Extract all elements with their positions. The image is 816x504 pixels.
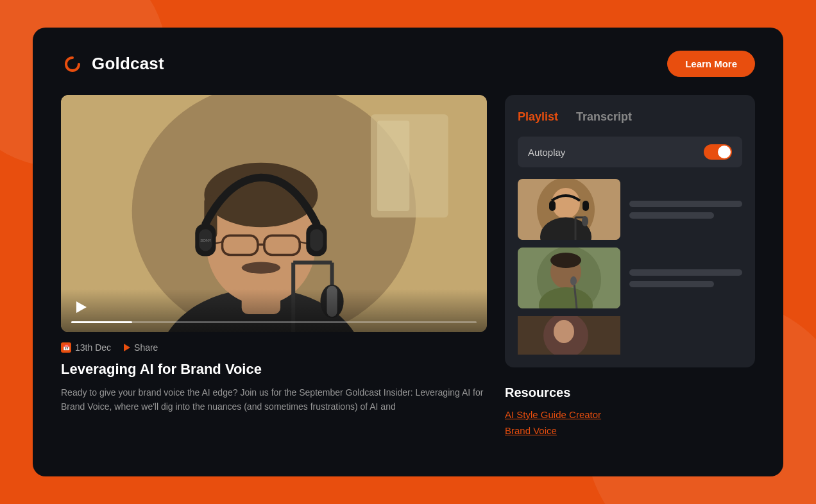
autoplay-toggle[interactable]: [704, 144, 732, 160]
share-text: Share: [134, 342, 158, 353]
header: Goldcast Learn More: [61, 51, 755, 77]
list-item[interactable]: [518, 179, 742, 240]
playlist-thumb-1: [518, 179, 620, 240]
learn-more-button[interactable]: Learn More: [667, 51, 755, 77]
svg-rect-30: [549, 201, 556, 211]
progress-bar[interactable]: [71, 321, 477, 323]
playlist-info-2: [629, 269, 742, 287]
date-text: 13th Dec: [75, 342, 111, 353]
autoplay-row: Autoplay: [518, 137, 742, 167]
play-icon: [76, 301, 87, 313]
playlist-title-line-3: [629, 269, 742, 276]
resources-section: Resources AI Style Guide Creator Brand V…: [505, 385, 755, 436]
tab-transcript[interactable]: Transcript: [576, 110, 632, 125]
playlist-thumb-2: [518, 248, 620, 308]
calendar-icon: 📅: [61, 342, 71, 353]
svg-rect-31: [582, 201, 589, 211]
share-meta[interactable]: Share: [124, 342, 158, 353]
svg-point-29: [552, 188, 580, 219]
thumb-3-graphic: [518, 316, 620, 355]
tabs: Playlist Transcript: [518, 110, 742, 125]
tab-playlist[interactable]: Playlist: [518, 110, 558, 125]
content-area: SONY: [61, 95, 755, 441]
progress-fill: [71, 321, 132, 323]
date-meta: 📅 13th Dec: [61, 342, 111, 353]
video-description: Ready to give your brand voice the AI ed…: [61, 385, 487, 414]
video-title: Leveraging AI for Brand Voice: [61, 360, 487, 379]
svg-point-35: [582, 216, 588, 226]
share-icon: [124, 344, 130, 351]
svg-rect-3: [377, 121, 409, 211]
thumb-2-graphic: [518, 248, 620, 308]
main-card: Goldcast Learn More: [33, 28, 783, 476]
playlist-items: [518, 179, 742, 355]
play-button[interactable]: [71, 297, 92, 317]
playlist-info-1: [629, 201, 742, 219]
svg-point-45: [554, 320, 574, 343]
logo-text: Goldcast: [92, 54, 164, 74]
list-item[interactable]: [518, 248, 742, 308]
resource-link-1[interactable]: AI Style Guide Creator: [505, 409, 755, 420]
svg-point-42: [570, 276, 577, 285]
goldcast-logo-icon: [61, 53, 84, 76]
playlist-panel: Playlist Transcript Autoplay: [505, 95, 755, 367]
svg-point-39: [550, 253, 581, 268]
playlist-title-line-1: [629, 201, 742, 207]
playlist-thumb-3: [518, 316, 620, 355]
video-meta: 📅 13th Dec Share: [61, 342, 487, 353]
toggle-knob: [718, 146, 731, 158]
resources-title: Resources: [505, 385, 755, 400]
svg-point-16: [242, 262, 280, 274]
right-panel: Playlist Transcript Autoplay: [505, 95, 755, 441]
video-container[interactable]: SONY: [61, 95, 487, 332]
list-item[interactable]: [518, 316, 742, 355]
video-panel: SONY: [61, 95, 487, 414]
svg-text:SONY: SONY: [200, 239, 211, 242]
svg-rect-20: [310, 229, 323, 251]
video-controls: [61, 289, 487, 332]
resource-link-2[interactable]: Brand Voice: [505, 425, 755, 436]
autoplay-label: Autoplay: [528, 147, 565, 158]
thumb-1-graphic: [518, 179, 620, 240]
logo-area: Goldcast: [61, 53, 164, 76]
playlist-title-line-2: [629, 212, 714, 219]
playlist-title-line-4: [629, 281, 714, 287]
